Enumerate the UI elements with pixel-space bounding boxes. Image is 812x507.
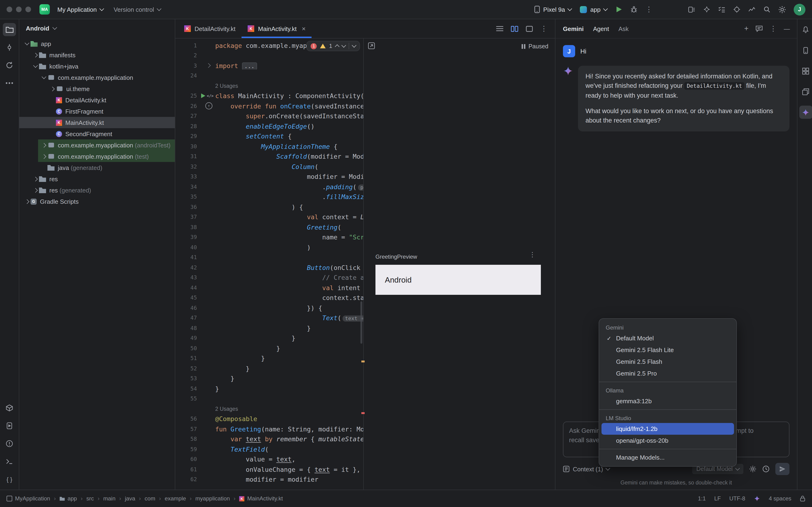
- error-stripe-mark[interactable]: [361, 412, 365, 414]
- profiler-icon[interactable]: [748, 6, 756, 13]
- code-line-28[interactable]: 28 enableEdgeToEdge(): [175, 121, 363, 131]
- line-number[interactable]: 25: [175, 93, 201, 99]
- code-line-60[interactable]: 60 value = text,: [175, 454, 363, 464]
- tree-item-res-generated[interactable]: res (generated): [19, 184, 175, 196]
- chevron-down-icon[interactable]: [40, 76, 47, 78]
- minimize-window-button[interactable]: [16, 7, 21, 12]
- editor-more-icon[interactable]: ⋮: [541, 24, 548, 33]
- line-number[interactable]: 24: [175, 72, 201, 79]
- breadcrumb-main[interactable]: main: [103, 495, 115, 502]
- line-number[interactable]: 54: [175, 385, 201, 392]
- line-number[interactable]: 56: [175, 416, 201, 422]
- line-number[interactable]: 50: [175, 345, 201, 352]
- run-button[interactable]: [613, 3, 625, 15]
- model-option-gemma3-12b[interactable]: gemma3:12b: [602, 395, 734, 407]
- tab-detailactivity[interactable]: K DetailActivity.kt: [178, 19, 242, 38]
- breadcrumb-example[interactable]: example: [165, 495, 186, 502]
- line-number[interactable]: 3: [175, 62, 201, 69]
- breadcrumb-src[interactable]: src: [86, 495, 94, 502]
- code-line-59[interactable]: 59 TextField(: [175, 444, 363, 454]
- device-mirroring-icon[interactable]: [688, 6, 696, 13]
- model-option-openai-gpt-oss-20b[interactable]: openai/gpt-oss-20b: [602, 435, 734, 446]
- code-line-39[interactable]: 39 name = "Scree: [175, 232, 363, 242]
- debug-button[interactable]: [628, 3, 640, 15]
- run-gutter-icon[interactable]: [201, 94, 205, 98]
- line-number[interactable]: 42: [175, 264, 201, 271]
- manage-models-item[interactable]: Manage Models...: [602, 452, 734, 463]
- code-line-2[interactable]: 2: [175, 50, 363, 61]
- overriding-method-gutter-icon[interactable]: ↑: [205, 103, 212, 110]
- next-issue-icon[interactable]: [341, 43, 346, 48]
- code-line-36[interactable]: 36 ) {: [175, 202, 363, 212]
- code-line-27[interactable]: 27 super.onCreate(savedInstanceState: [175, 111, 363, 121]
- preview-more-icon[interactable]: ⋮: [529, 251, 536, 258]
- line-number[interactable]: 27: [175, 113, 201, 119]
- split-view-icon[interactable]: [511, 25, 518, 32]
- code-line-62[interactable]: 62 modifier = modifier: [175, 474, 363, 485]
- line-number[interactable]: 29: [175, 133, 201, 139]
- chevron-right-icon[interactable]: [32, 177, 39, 180]
- project-tool-icon[interactable]: [3, 23, 16, 36]
- more-tool-windows-icon[interactable]: [3, 76, 16, 90]
- chevron-right-icon[interactable]: [40, 155, 47, 158]
- code-line-34[interactable]: 34 .padding(pad: [175, 182, 363, 192]
- tree-item-com-example-myapplication[interactable]: com.example.myapplication: [19, 72, 175, 83]
- chevron-right-icon[interactable]: [40, 144, 47, 147]
- ai-status-icon[interactable]: [754, 495, 760, 502]
- line-number[interactable]: 32: [175, 163, 201, 170]
- tree-item-com-example-myapplication-test[interactable]: com.example.myapplication (test): [19, 151, 175, 162]
- code-line-52[interactable]: 52 }: [175, 363, 363, 374]
- line-number[interactable]: 49: [175, 335, 201, 341]
- device-explorer-icon[interactable]: [799, 44, 812, 57]
- code-line-29[interactable]: 29 setContent {: [175, 131, 363, 141]
- file-reference-chip[interactable]: DetailActivity.kt: [684, 82, 744, 90]
- tree-item-kotlin-java[interactable]: kotlin+java: [19, 61, 175, 72]
- code-line-41[interactable]: 41: [175, 252, 363, 263]
- code-line-57[interactable]: 57fun Greeting(name: String, modifier: M…: [175, 424, 363, 434]
- tree-item-manifests[interactable]: manifests: [19, 49, 175, 61]
- user-avatar[interactable]: J: [794, 3, 805, 15]
- line-number[interactable]: 38: [175, 224, 201, 230]
- inspection-menu-icon[interactable]: [352, 43, 356, 48]
- gemini-tool-icon[interactable]: [799, 106, 812, 119]
- project-view-selector[interactable]: Android: [19, 19, 175, 37]
- preview-tools-icon[interactable]: [368, 42, 375, 49]
- chevron-right-icon[interactable]: [32, 53, 39, 57]
- code-line-30[interactable]: 30 MyApplicationTheme {: [175, 141, 363, 151]
- tab-ask[interactable]: Ask: [618, 25, 628, 32]
- usages-inlay-hint[interactable]: 2 Usages: [215, 406, 238, 412]
- sync-icon[interactable]: [3, 59, 16, 72]
- prev-issue-icon[interactable]: [335, 44, 340, 49]
- preview-name-label[interactable]: GreetingPreview: [375, 253, 417, 260]
- settings-gear-icon[interactable]: [778, 5, 786, 13]
- more-run-actions-icon[interactable]: ⋮: [643, 3, 655, 15]
- code-line-46[interactable]: 46 }) {: [175, 303, 363, 313]
- line-number[interactable]: 52: [175, 365, 201, 372]
- code-line-48[interactable]: 48 }: [175, 323, 363, 333]
- breadcrumb-com[interactable]: com: [145, 495, 155, 502]
- tree-item-java-generated[interactable]: java (generated): [19, 162, 175, 173]
- checklist-icon[interactable]: [718, 6, 725, 13]
- tree-item-app[interactable]: app: [19, 38, 175, 49]
- vcs-menu[interactable]: Version control: [111, 4, 163, 15]
- code-line-47[interactable]: 47 Text(text = "G: [175, 313, 363, 323]
- code-line-54[interactable]: 54}: [175, 384, 363, 394]
- tree-item-gradle-scripts[interactable]: GGradle Scripts: [19, 196, 175, 207]
- caret-position[interactable]: 1:1: [698, 495, 706, 502]
- code-line-51[interactable]: 51 }: [175, 353, 363, 363]
- model-option-gemini-2-5-flash[interactable]: Gemini 2.5 Flash: [602, 356, 734, 368]
- line-number[interactable]: 41: [175, 254, 201, 261]
- code-line-3[interactable]: 3import ...: [175, 61, 363, 71]
- line-number[interactable]: 40: [175, 244, 201, 251]
- close-tab-icon[interactable]: ×: [302, 25, 306, 33]
- editor-scrollbar[interactable]: [360, 301, 362, 344]
- line-number[interactable]: 55: [175, 396, 201, 402]
- tree-item-firstfragment[interactable]: CFirstFragment: [19, 106, 175, 117]
- chevron-right-icon[interactable]: [23, 200, 31, 203]
- close-window-button[interactable]: [7, 7, 12, 12]
- line-number[interactable]: 28: [175, 123, 201, 129]
- line-number[interactable]: 36: [175, 204, 201, 210]
- gemini-settings-icon[interactable]: [749, 465, 757, 473]
- code-editor[interactable]: 1 1 1package com.example.myappli23import…: [175, 39, 363, 490]
- search-icon[interactable]: [763, 6, 771, 13]
